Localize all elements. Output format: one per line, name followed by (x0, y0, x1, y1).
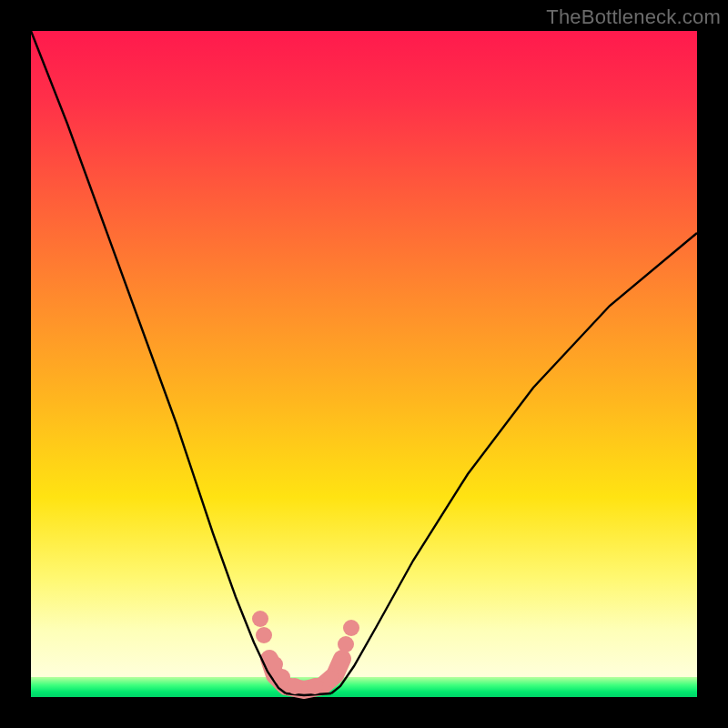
curves-svg (31, 31, 697, 697)
pink-dot (252, 611, 268, 627)
pink-dot (287, 678, 303, 694)
pink-dot (332, 654, 349, 671)
plot-area (31, 31, 697, 697)
pink-dot (256, 627, 272, 643)
pink-dot (323, 671, 339, 687)
pink-dot (338, 636, 354, 652)
pink-dot (343, 620, 359, 636)
curve-left (31, 31, 286, 693)
watermark-text: TheBottleneck.com (546, 5, 721, 29)
pink-dot (307, 678, 323, 694)
curve-right (331, 233, 697, 693)
chart-frame: TheBottleneck.com (0, 0, 728, 728)
